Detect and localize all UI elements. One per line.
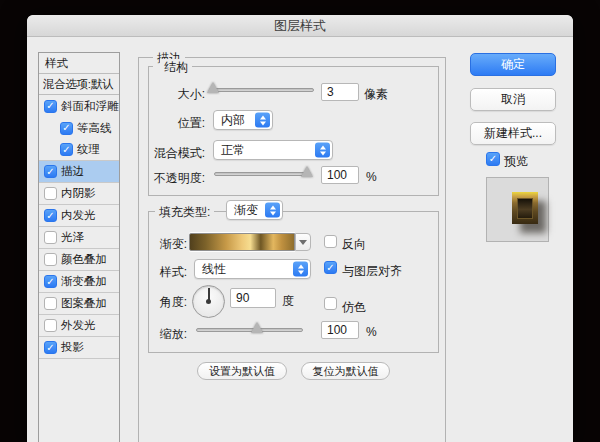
sidebar-item-label: 光泽 <box>61 230 84 245</box>
scale-input[interactable]: 100 <box>321 321 359 339</box>
gradient-label: 渐变: <box>139 236 187 253</box>
sidebar-item-gradient-overlay[interactable]: 渐变叠加 <box>39 271 119 293</box>
size-slider-track[interactable] <box>209 88 314 92</box>
stroke-panel: 描边 结构 大小: 3 像素 位置: 内部 混合模式: 正常 不透明度: 100… <box>138 57 446 442</box>
checkbox-icon[interactable] <box>60 143 73 156</box>
blend-mode-dropdown[interactable]: 正常 <box>213 140 333 160</box>
position-value: 内部 <box>221 112 245 129</box>
sidebar-item-drop-shadow[interactable]: 投影 <box>39 337 119 359</box>
angle-input[interactable]: 90 <box>230 288 276 308</box>
scale-unit: % <box>366 325 377 339</box>
set-default-button[interactable]: 设置为默认值 <box>197 362 287 380</box>
checkbox-icon[interactable] <box>44 297 57 310</box>
stepper-icon[interactable] <box>293 262 308 277</box>
checkbox-icon[interactable] <box>44 165 57 178</box>
angle-label: 角度: <box>139 294 187 311</box>
sidebar-item-label: 纹理 <box>77 142 100 157</box>
sidebar-item-stroke[interactable]: 描边 <box>39 161 119 183</box>
align-layer-checkbox[interactable] <box>324 261 337 274</box>
sidebar-item-label: 外发光 <box>61 318 96 333</box>
fill-type-dropdown[interactable]: 渐变 <box>226 200 283 220</box>
new-style-button[interactable]: 新建样式... <box>470 122 556 145</box>
sidebar-item-pattern-overlay[interactable]: 图案叠加 <box>39 293 119 315</box>
sidebar-item-contour[interactable]: 等高线 <box>39 117 119 139</box>
sidebar-header-styles: 样式 <box>39 53 119 74</box>
checkbox-icon[interactable] <box>44 187 57 200</box>
dither-checkbox[interactable] <box>324 297 337 310</box>
preview-checkbox[interactable] <box>486 152 500 166</box>
layer-style-dialog: 图层样式 样式 混合选项:默认 斜面和浮雕等高线纹理描边内阴影内发光光泽颜色叠加… <box>27 15 573 442</box>
fill-type-label: 填充类型: <box>155 204 214 221</box>
sidebar-item-label: 投影 <box>61 340 84 355</box>
structure-legend: 结构 <box>160 59 192 76</box>
scale-slider-track[interactable] <box>196 328 303 332</box>
styles-sidebar: 样式 混合选项:默认 斜面和浮雕等高线纹理描边内阴影内发光光泽颜色叠加渐变叠加图… <box>38 52 120 442</box>
size-input[interactable]: 3 <box>321 83 359 101</box>
sidebar-item-label: 描边 <box>61 164 84 179</box>
preview-label: 预览 <box>504 153 528 170</box>
position-label: 位置: <box>139 115 205 132</box>
scale-slider[interactable] <box>196 326 303 338</box>
angle-dial[interactable] <box>192 285 225 318</box>
sidebar-item-bevel-emboss[interactable]: 斜面和浮雕 <box>39 95 119 117</box>
checkbox-icon[interactable] <box>44 100 57 113</box>
angle-hub-icon <box>206 299 211 304</box>
scale-slider-thumb[interactable] <box>251 322 263 333</box>
sidebar-item-blending-options[interactable]: 混合选项:默认 <box>39 74 119 95</box>
style-label: 样式: <box>139 264 187 281</box>
stepper-icon[interactable] <box>255 113 270 128</box>
dialog-titlebar[interactable]: 图层样式 <box>27 15 573 37</box>
opacity-label: 不透明度: <box>139 170 205 187</box>
opacity-slider-thumb[interactable] <box>301 166 313 177</box>
reverse-checkbox[interactable] <box>324 235 337 248</box>
sidebar-item-color-overlay[interactable]: 颜色叠加 <box>39 249 119 271</box>
gradient-style-value: 线性 <box>202 261 226 278</box>
opacity-unit: % <box>366 170 377 184</box>
gradient-swatch[interactable] <box>189 233 295 251</box>
blend-mode-label: 混合模式: <box>139 145 205 162</box>
checkbox-icon[interactable] <box>44 209 57 222</box>
sidebar-style-list: 斜面和浮雕等高线纹理描边内阴影内发光光泽颜色叠加渐变叠加图案叠加外发光投影 <box>39 95 119 359</box>
blend-mode-value: 正常 <box>221 142 245 159</box>
cancel-button[interactable]: 取消 <box>470 88 556 111</box>
stepper-icon[interactable] <box>315 143 330 158</box>
sidebar-item-label: 图案叠加 <box>61 296 107 311</box>
opacity-slider[interactable] <box>214 170 311 182</box>
reset-default-button[interactable]: 复位为默认值 <box>301 362 390 380</box>
size-slider-thumb[interactable] <box>207 82 219 93</box>
sidebar-item-outer-glow[interactable]: 外发光 <box>39 315 119 337</box>
checkbox-icon[interactable] <box>60 122 73 135</box>
checkbox-icon[interactable] <box>44 253 57 266</box>
ok-button[interactable]: 确定 <box>470 53 556 76</box>
size-label: 大小: <box>139 86 205 103</box>
checkbox-icon[interactable] <box>44 341 57 354</box>
stepper-icon[interactable] <box>265 203 280 218</box>
checkbox-icon[interactable] <box>44 231 57 244</box>
sidebar-item-inner-glow[interactable]: 内发光 <box>39 205 119 227</box>
sidebar-item-label: 颜色叠加 <box>61 252 107 267</box>
position-dropdown[interactable]: 内部 <box>213 110 273 130</box>
sidebar-item-texture[interactable]: 纹理 <box>39 139 119 161</box>
reverse-label: 反向 <box>342 236 366 253</box>
dialog-title: 图层样式 <box>274 17 326 35</box>
align-layer-label: 与图层对齐 <box>342 263 402 280</box>
sidebar-item-label: 等高线 <box>77 121 112 136</box>
sidebar-item-label: 内发光 <box>61 208 96 223</box>
sidebar-item-inner-shadow[interactable]: 内阴影 <box>39 183 119 205</box>
size-slider[interactable] <box>209 86 314 98</box>
angle-unit: 度 <box>282 293 294 310</box>
opacity-slider-track[interactable] <box>214 172 311 176</box>
dither-label: 仿色 <box>342 299 366 316</box>
opacity-input[interactable]: 100 <box>321 166 359 184</box>
sidebar-item-satin[interactable]: 光泽 <box>39 227 119 249</box>
gradient-picker-arrow[interactable] <box>295 233 311 251</box>
preview-thumbnail <box>486 177 549 242</box>
checkbox-icon[interactable] <box>44 275 57 288</box>
size-unit: 像素 <box>364 86 388 103</box>
gradient-style-dropdown[interactable]: 线性 <box>194 259 311 279</box>
chevron-down-icon <box>299 240 307 245</box>
checkbox-icon[interactable] <box>44 319 57 332</box>
sidebar-item-label: 内阴影 <box>61 186 96 201</box>
sidebar-item-label: 斜面和浮雕 <box>61 99 119 114</box>
preview-gold-square <box>512 192 538 224</box>
